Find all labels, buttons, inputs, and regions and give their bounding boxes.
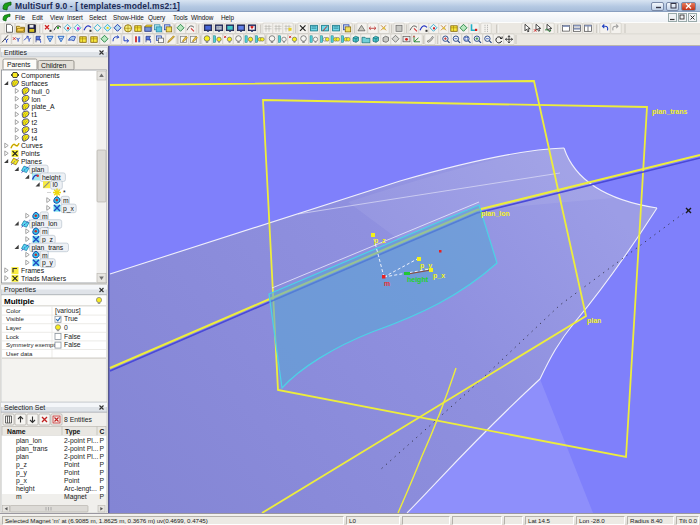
- svg-text:P: P: [100, 493, 105, 500]
- svg-text:p_y: p_y: [420, 262, 432, 270]
- svg-text:Point: Point: [64, 477, 80, 484]
- svg-text:Symmetry exempt: Symmetry exempt: [6, 341, 55, 348]
- svg-text:2-point Pl...: 2-point Pl...: [64, 453, 98, 461]
- svg-text:p_z: p_z: [42, 236, 54, 244]
- svg-text:height: height: [42, 174, 61, 182]
- svg-text:Point: Point: [64, 469, 80, 476]
- svg-text:plan_trans: plan_trans: [652, 108, 688, 116]
- svg-text:Selection Set: Selection Set: [4, 404, 45, 411]
- svg-text:Point: Point: [64, 461, 80, 468]
- svg-text:[various]: [various]: [55, 307, 81, 315]
- svg-text:Components: Components: [21, 72, 60, 80]
- svg-text:m: m: [63, 197, 69, 204]
- svg-text:Points: Points: [21, 150, 40, 157]
- svg-text:C: C: [100, 428, 105, 435]
- svg-text:P: P: [100, 437, 105, 444]
- svg-text:m: m: [42, 252, 48, 259]
- svg-text:p_x: p_x: [433, 272, 445, 280]
- svg-text:2-point Pl...: 2-point Pl...: [64, 437, 98, 445]
- svg-text:plan: plan: [32, 166, 45, 174]
- svg-text:P: P: [100, 453, 105, 460]
- svg-text:False: False: [64, 333, 81, 340]
- svg-text:m: m: [42, 228, 48, 235]
- svg-text:Frames: Frames: [21, 267, 45, 274]
- svg-text:plan_lon: plan_lon: [481, 210, 510, 218]
- svg-text:plan_trans: plan_trans: [16, 445, 48, 453]
- svg-text:p_z: p_z: [16, 461, 28, 469]
- svg-text:m: m: [42, 213, 48, 220]
- svg-text:Color: Color: [6, 307, 21, 314]
- svg-text:Name: Name: [7, 428, 26, 435]
- svg-text:Multiple: Multiple: [4, 297, 35, 306]
- svg-text:Entities: Entities: [4, 49, 27, 56]
- svg-text:P: P: [100, 477, 105, 484]
- svg-text:plan_lon: plan_lon: [16, 437, 42, 445]
- svg-text:Planes: Planes: [21, 158, 42, 165]
- svg-text:2-point Pl...: 2-point Pl...: [64, 445, 98, 453]
- svg-text:P: P: [100, 469, 105, 476]
- svg-text:p_z: p_z: [374, 237, 386, 245]
- svg-text:Visible: Visible: [6, 315, 24, 322]
- svg-text:User data: User data: [6, 350, 33, 357]
- svg-text:t1: t1: [32, 111, 38, 118]
- svg-text:t3: t3: [32, 127, 38, 134]
- svg-text:Type: Type: [65, 428, 81, 436]
- svg-text:l0: l0: [53, 181, 59, 188]
- svg-text:P: P: [100, 445, 105, 452]
- svg-text:m: m: [16, 493, 22, 500]
- svg-text:Properties: Properties: [4, 286, 36, 294]
- svg-text:P: P: [100, 485, 105, 492]
- svg-text:lon: lon: [32, 96, 41, 103]
- svg-text:hull_0: hull_0: [32, 88, 50, 96]
- svg-text:p_y: p_y: [16, 469, 28, 477]
- svg-text:plan: plan: [16, 453, 29, 461]
- svg-text:plate_A: plate_A: [32, 103, 56, 111]
- svg-text:Triads Markers: Triads Markers: [21, 275, 67, 282]
- svg-text:True: True: [64, 315, 78, 322]
- svg-text:Surfaces: Surfaces: [21, 80, 48, 87]
- svg-text:Parents: Parents: [7, 61, 31, 68]
- svg-text:height: height: [16, 485, 35, 493]
- svg-text:Lock: Lock: [6, 333, 20, 340]
- svg-text:Children: Children: [41, 62, 67, 69]
- svg-text:t4: t4: [32, 135, 38, 142]
- svg-text:plan_trans: plan_trans: [32, 244, 64, 252]
- svg-text:*: *: [63, 189, 66, 196]
- svg-text:False: False: [64, 341, 81, 348]
- svg-text:8 Entities: 8 Entities: [64, 416, 93, 423]
- svg-text:Arc-lengt...: Arc-lengt...: [64, 485, 97, 493]
- svg-text:p_x: p_x: [16, 477, 28, 485]
- svg-text:0: 0: [64, 324, 68, 331]
- svg-text:height: height: [407, 276, 429, 284]
- svg-text:t2: t2: [32, 119, 38, 126]
- svg-text:m: m: [384, 280, 390, 287]
- svg-text:Curves: Curves: [21, 142, 43, 149]
- svg-text:plan_lon: plan_lon: [32, 220, 58, 228]
- svg-text:p_x: p_x: [63, 205, 75, 213]
- svg-text:plan: plan: [587, 317, 601, 325]
- svg-text:P: P: [100, 461, 105, 468]
- svg-text:Layer: Layer: [6, 324, 21, 331]
- svg-text:Magnet: Magnet: [64, 493, 87, 501]
- svg-text:p_y: p_y: [42, 259, 54, 267]
